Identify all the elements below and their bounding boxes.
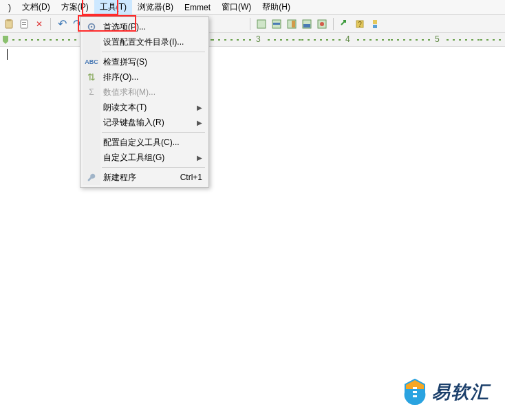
- menubar: ) 文档(D) 方案(P) 工具(T) 浏览器(B) Emmet 窗口(W) 帮…: [0, 0, 505, 15]
- menu-config-custom-tools[interactable]: 配置自定义工具(C)...: [83, 135, 206, 150]
- menu-label: 配置自定义工具(C)...: [103, 137, 180, 148]
- link-icon[interactable]: [338, 17, 352, 31]
- menu-preferences[interactable]: 首选项(P)...: [83, 19, 206, 34]
- plugin-icon[interactable]: [368, 17, 382, 31]
- menu-separator: [102, 52, 205, 52]
- menu-custom-tool-group[interactable]: 自定义工具组(G) ▶: [83, 150, 206, 165]
- svg-rect-19: [373, 25, 377, 28]
- help-icon[interactable]: ?: [353, 17, 367, 31]
- panel-c-icon[interactable]: [285, 17, 299, 31]
- menu-set-config-dir[interactable]: 设置配置文件目录(I)...: [83, 34, 206, 49]
- cut-icon[interactable]: ✕: [32, 17, 46, 31]
- menu-record-keyboard[interactable]: 记录键盘输入(R) ▶: [83, 115, 206, 130]
- menu-label: 首选项(P)...: [103, 21, 146, 33]
- menu-label: 朗读文本(T): [103, 102, 147, 113]
- svg-rect-9: [273, 23, 280, 25]
- watermark-text: 易软汇: [432, 380, 490, 404]
- menu-label: 设置配置文件目录(I)...: [103, 36, 184, 48]
- svg-text:?: ?: [358, 21, 362, 28]
- menu-read-text[interactable]: 朗读文本(T) ▶: [83, 100, 206, 115]
- menu-window[interactable]: 窗口(W): [216, 0, 257, 14]
- chevron-right-icon: ▶: [197, 119, 202, 126]
- menu-separator: [102, 167, 205, 168]
- panel-e-icon[interactable]: [315, 17, 329, 31]
- chevron-right-icon: ▶: [197, 104, 202, 111]
- menu-label: 自定义工具组(G): [103, 152, 164, 164]
- menu-shortcut: Ctrl+1: [180, 173, 202, 182]
- undo-icon[interactable]: ↶: [55, 17, 69, 31]
- menu-sort[interactable]: ⇅ 排序(O)...: [83, 69, 206, 85]
- watermark: 易软汇: [403, 379, 490, 405]
- sort-icon: ⇅: [86, 71, 97, 82]
- menu-label: 数值求和(M)...: [103, 87, 155, 98]
- ruler: 3 4 5 6: [0, 33, 505, 47]
- wrench-icon: [86, 172, 97, 183]
- toolbar-separator: [50, 18, 51, 30]
- menu-label: 排序(O)...: [103, 71, 138, 83]
- panel-b-icon[interactable]: [270, 17, 283, 31]
- watermark-logo-icon: [403, 379, 427, 405]
- svg-rect-3: [22, 22, 26, 23]
- panel-a-icon[interactable]: [255, 17, 268, 31]
- panel-d-icon[interactable]: [300, 17, 314, 31]
- toolbar-separator: [250, 18, 250, 30]
- svg-point-22: [91, 26, 93, 28]
- menu-new-program[interactable]: 新建程序 Ctrl+1: [83, 170, 206, 185]
- toolbar-separator: [333, 18, 334, 30]
- svg-rect-24: [413, 391, 417, 393]
- svg-rect-4: [22, 24, 26, 25]
- svg-rect-20: [3, 36, 8, 41]
- menu-help[interactable]: 帮助(H): [257, 0, 296, 14]
- menu-project[interactable]: 方案(P): [56, 0, 94, 14]
- menu-label: 记录键盘输入(R): [103, 117, 164, 129]
- menu-document[interactable]: 文档(D): [17, 0, 56, 14]
- svg-rect-13: [303, 24, 310, 27]
- ruler-number: 4: [343, 34, 353, 44]
- menu-separator: [102, 132, 205, 133]
- svg-rect-23: [413, 387, 417, 389]
- menu-label: 新建程序: [103, 172, 136, 184]
- sigma-icon: Σ: [86, 87, 97, 98]
- svg-rect-11: [292, 21, 295, 27]
- text-cursor: [7, 49, 8, 60]
- toolbar: ✕ ↶ ↷ ?: [0, 15, 505, 33]
- gear-icon: [86, 21, 97, 32]
- svg-rect-7: [257, 20, 266, 28]
- menu-browser[interactable]: 浏览器(B): [132, 0, 179, 14]
- menu-emmet[interactable]: Emmet: [179, 1, 216, 14]
- menu-sum: Σ 数值求和(M)...: [83, 85, 206, 100]
- clipboard-icon[interactable]: [17, 17, 31, 31]
- svg-point-15: [320, 22, 324, 26]
- svg-rect-18: [373, 20, 377, 24]
- ruler-number: 3: [253, 34, 264, 44]
- menu-unknown[interactable]: ): [3, 1, 17, 14]
- svg-rect-1: [7, 19, 11, 21]
- editor-area[interactable]: [0, 47, 505, 377]
- menu-tools[interactable]: 工具(T): [94, 0, 132, 14]
- menu-spellcheck[interactable]: ABC 检查拼写(S): [83, 54, 206, 69]
- chevron-right-icon: ▶: [197, 154, 202, 162]
- paste-icon[interactable]: [2, 17, 16, 31]
- tools-dropdown: 首选项(P)... 设置配置文件目录(I)... ABC 检查拼写(S) ⇅ 排…: [80, 16, 209, 188]
- ruler-marker-icon[interactable]: [0, 33, 11, 47]
- menu-label: 检查拼写(S): [103, 56, 147, 68]
- svg-rect-25: [413, 395, 417, 397]
- spellcheck-icon: ABC: [86, 56, 97, 67]
- ruler-number: 5: [432, 34, 442, 44]
